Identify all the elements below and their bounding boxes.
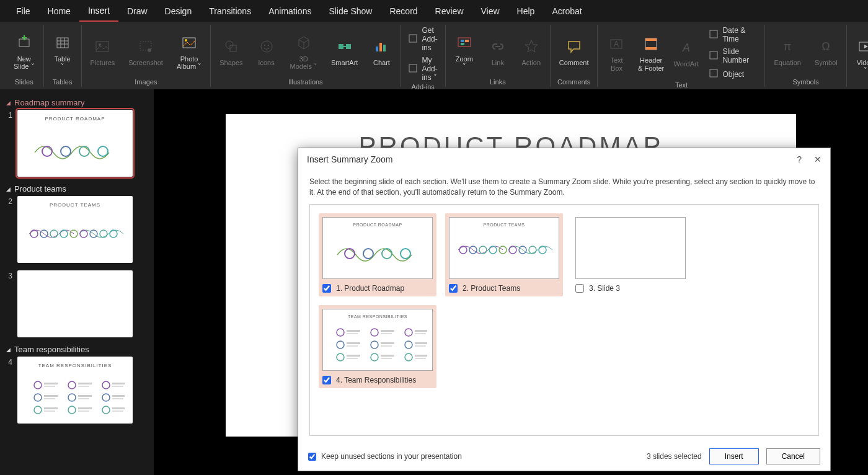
ribbon-equation-button[interactable]: πEquation	[770, 34, 804, 69]
pictures-icon	[92, 37, 112, 56]
dialog-slide-checkbox[interactable]: 2. Product Teams	[449, 284, 559, 293]
menu-tab-insert[interactable]: Insert	[79, 1, 118, 22]
ribbon-icons-button[interactable]: Icons	[253, 34, 280, 69]
slide-thumbnail-row[interactable]: 4TEAM RESPONSIBILITIES	[6, 357, 148, 424]
symbol-icon: Ω	[816, 37, 836, 56]
ribbon-new-slide-button[interactable]: NewSlide ˅	[10, 30, 38, 73]
ribbon-header-footer-button[interactable]: Header& Footer	[636, 32, 665, 74]
keep-unused-input[interactable]	[308, 453, 316, 461]
svg-point-47	[79, 146, 89, 156]
svg-rect-72	[78, 398, 89, 399]
svg-text:A: A	[682, 42, 690, 54]
section-header[interactable]: ◢Roadmap summary	[6, 98, 148, 107]
ribbon-chart-button[interactable]: Chart	[368, 34, 395, 69]
ribbon-pictures-button[interactable]: Pictures	[87, 34, 119, 69]
svg-rect-103	[347, 345, 358, 347]
svg-rect-39	[710, 51, 717, 59]
slide-thumbnail[interactable]: PRODUCT TEAMS	[17, 196, 133, 263]
svg-rect-69	[78, 386, 89, 387]
menu-tab-file[interactable]: File	[7, 1, 39, 21]
ribbon-3d-models-button[interactable]: 3DModels ˅	[286, 30, 322, 73]
dialog-slide-checkbox[interactable]: 1. Product Roadmap	[322, 284, 433, 293]
ribbon-date-time[interactable]: Date & Time	[706, 25, 760, 45]
ribbon-video-button[interactable]: Video˅	[852, 34, 868, 76]
svg-point-51	[50, 230, 58, 238]
svg-point-17	[264, 45, 265, 46]
slide-thumbnail-row[interactable]: 1PRODUCT ROADMAP	[6, 110, 148, 177]
menu-tab-design[interactable]: Design	[156, 1, 201, 21]
svg-point-82	[102, 406, 110, 414]
slide-thumbnail[interactable]	[17, 270, 133, 337]
ribbon-zoom-button[interactable]: Zoom˅	[451, 30, 478, 73]
ribbon-slide-number[interactable]: Slide Number	[706, 46, 760, 66]
svg-marker-31	[525, 40, 538, 52]
3d-models-icon	[294, 33, 314, 53]
svg-rect-80	[112, 395, 125, 397]
keep-unused-checkbox[interactable]: Keep unused sections in your presentatio…	[308, 452, 462, 461]
menu-tab-home[interactable]: Home	[39, 1, 79, 21]
slide-thumbnail[interactable]: PRODUCT ROADMAP	[17, 110, 133, 177]
svg-rect-108	[381, 330, 394, 332]
help-icon[interactable]: ?	[797, 154, 802, 164]
slide-thumbnail-row[interactable]: 2PRODUCT TEAMS	[6, 196, 148, 263]
svg-rect-112	[381, 345, 392, 347]
slide-thumbnail[interactable]: TEAM RESPONSIBILITIES	[17, 357, 133, 424]
slide-thumbnail-row[interactable]: 3	[6, 270, 148, 337]
svg-point-16	[261, 41, 272, 52]
ribbon-label: NewSlide ˅	[14, 55, 35, 70]
menu-tab-record[interactable]: Record	[381, 1, 426, 21]
insert-button[interactable]: Insert	[709, 448, 759, 464]
ribbon-label: Equation	[774, 59, 800, 66]
ribbon-get-addins[interactable]: Get Add-ins	[405, 25, 440, 53]
ribbon-comment-button[interactable]: Comment	[556, 34, 593, 69]
menu-tab-view[interactable]: View	[472, 1, 508, 21]
dialog-slide-card[interactable]: PRODUCT ROADMAP1. Product Roadmap	[319, 213, 436, 296]
ribbon-symbol-button[interactable]: ΩSymbol	[811, 34, 841, 69]
ribbon-my-addins[interactable]: My Add-ins ˅	[405, 55, 440, 83]
dialog-slide-card[interactable]: TEAM RESPONSIBILITIES4. Team Responsibil…	[319, 305, 436, 388]
dialog-slide-card[interactable]: PRODUCT TEAMS2. Product Teams	[445, 213, 563, 296]
svg-point-92	[489, 246, 497, 254]
svg-rect-74	[78, 407, 92, 409]
svg-rect-71	[78, 395, 92, 397]
dialog-slide-checkbox[interactable]: 4. Team Responsibilities	[322, 376, 433, 384]
svg-point-57	[110, 230, 117, 238]
svg-point-54	[80, 230, 87, 238]
dialog-slide-card[interactable]: 3. Slide 3	[572, 213, 689, 296]
svg-rect-26	[409, 64, 417, 72]
ribbon-link-button[interactable]: Link	[484, 34, 512, 69]
svg-rect-62	[44, 395, 58, 397]
ribbon-table-button[interactable]: Table˅	[49, 30, 76, 73]
dialog-slide-checkbox[interactable]: 3. Slide 3	[575, 284, 686, 293]
ribbon-wordart-button[interactable]: AWordArt	[672, 35, 701, 70]
ribbon-photo-album-button[interactable]: PhotoAlbum ˅	[173, 30, 205, 73]
svg-rect-102	[347, 342, 360, 344]
ribbon-group-label: Images	[135, 78, 157, 87]
ribbon-shapes-button[interactable]: Shapes	[216, 34, 246, 69]
ribbon-object[interactable]: Object	[706, 67, 760, 81]
menu-tab-review[interactable]: Review	[427, 1, 472, 21]
menu-tab-acrobat[interactable]: Acrobat	[543, 1, 590, 21]
section-header[interactable]: ◢Product teams	[6, 184, 148, 193]
dialog-slide-preview: PRODUCT TEAMS	[449, 217, 559, 279]
menu-tab-slide-show[interactable]: Slide Show	[320, 1, 381, 21]
svg-point-96	[529, 246, 536, 254]
cancel-button[interactable]: Cancel	[766, 448, 820, 464]
svg-rect-78	[112, 386, 123, 387]
ribbon-screenshot-button[interactable]: Screenshot	[125, 34, 167, 69]
menu-tab-animations[interactable]: Animations	[260, 1, 320, 21]
svg-text:Ω: Ω	[822, 40, 830, 53]
svg-text:A: A	[614, 40, 619, 48]
ribbon-smartart-button[interactable]: SmartArt	[327, 34, 361, 69]
menu-tab-draw[interactable]: Draw	[118, 1, 156, 21]
dialog-slide-preview: TEAM RESPONSIBILITIES	[322, 309, 433, 371]
ribbon-action-button[interactable]: Action	[518, 34, 545, 69]
menu-tab-help[interactable]: Help	[508, 1, 544, 21]
svg-marker-44	[864, 45, 868, 48]
close-icon[interactable]: ✕	[814, 154, 822, 164]
slide-thumbnail-pane[interactable]: ◢Roadmap summary1PRODUCT ROADMAP◢Product…	[0, 89, 154, 475]
ribbon-text-box-button[interactable]: ATextBox	[603, 32, 630, 74]
menu-tab-transitions[interactable]: Transitions	[200, 1, 260, 21]
dialog-slide-preview: PRODUCT ROADMAP	[322, 217, 433, 279]
section-header[interactable]: ◢Team responsibilities	[6, 345, 148, 354]
